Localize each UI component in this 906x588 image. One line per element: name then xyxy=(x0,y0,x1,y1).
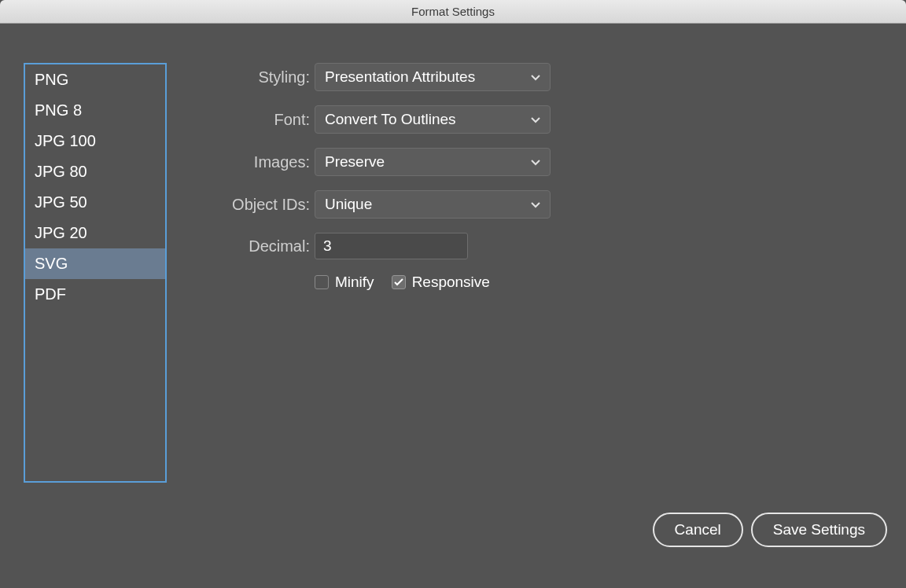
window-title: Format Settings xyxy=(411,5,495,18)
settings-panel: Styling: Presentation Attributes Font: C… xyxy=(184,63,882,483)
sidebar-item-png[interactable]: PNG xyxy=(25,64,165,95)
label-decimal: Decimal: xyxy=(184,237,310,255)
checkbox-row: Minify Responsive xyxy=(315,274,882,291)
sidebar-item-label: PNG 8 xyxy=(35,101,82,119)
select-object-ids[interactable]: Unique xyxy=(315,190,551,219)
chevron-down-icon xyxy=(531,72,540,83)
sidebar-item-label: JPG 50 xyxy=(35,193,87,211)
input-decimal[interactable] xyxy=(315,233,468,259)
sidebar-item-png8[interactable]: PNG 8 xyxy=(25,95,165,126)
field-object-ids: Object IDs: Unique xyxy=(184,190,882,219)
sidebar-item-label: SVG xyxy=(35,255,68,272)
field-font: Font: Convert To Outlines xyxy=(184,105,882,134)
select-images[interactable]: Preserve xyxy=(315,148,551,176)
button-label: Cancel xyxy=(675,521,721,538)
format-list[interactable]: PNG PNG 8 JPG 100 JPG 80 JPG 50 JPG 20 S… xyxy=(24,63,167,483)
sidebar-item-jpg100[interactable]: JPG 100 xyxy=(25,126,165,156)
checkbox-icon xyxy=(392,275,406,289)
sidebar-item-label: PDF xyxy=(35,285,66,303)
checkbox-minify[interactable]: Minify xyxy=(315,274,374,291)
sidebar-item-svg[interactable]: SVG xyxy=(25,248,165,279)
field-decimal: Decimal: xyxy=(184,233,882,259)
label-object-ids: Object IDs: xyxy=(184,196,310,214)
select-styling[interactable]: Presentation Attributes xyxy=(315,63,551,91)
button-label: Save Settings xyxy=(773,521,865,538)
chevron-down-icon xyxy=(531,114,540,126)
select-value: Convert To Outlines xyxy=(325,111,456,128)
select-font[interactable]: Convert To Outlines xyxy=(315,105,551,134)
field-images: Images: Preserve xyxy=(184,148,882,176)
select-value: Preserve xyxy=(325,153,385,171)
save-settings-button[interactable]: Save Settings xyxy=(751,513,887,547)
chevron-down-icon xyxy=(531,156,540,168)
select-value: Presentation Attributes xyxy=(325,68,475,86)
sidebar-item-label: PNG xyxy=(35,71,68,88)
sidebar-item-pdf[interactable]: PDF xyxy=(25,279,165,310)
sidebar-item-jpg80[interactable]: JPG 80 xyxy=(25,156,165,187)
select-value: Unique xyxy=(325,196,372,213)
dialog-content: PNG PNG 8 JPG 100 JPG 80 JPG 50 JPG 20 S… xyxy=(0,24,906,588)
checkbox-label: Responsive xyxy=(412,274,490,291)
window-titlebar: Format Settings xyxy=(0,0,906,24)
button-row: Cancel Save Settings xyxy=(653,513,887,547)
label-font: Font: xyxy=(184,111,310,129)
sidebar-item-jpg20[interactable]: JPG 20 xyxy=(25,218,165,248)
sidebar-item-label: JPG 80 xyxy=(35,163,87,180)
label-styling: Styling: xyxy=(184,68,310,86)
cancel-button[interactable]: Cancel xyxy=(653,513,743,547)
checkbox-responsive[interactable]: Responsive xyxy=(392,274,490,291)
sidebar-item-jpg50[interactable]: JPG 50 xyxy=(25,187,165,218)
checkbox-icon xyxy=(315,275,329,289)
checkbox-label: Minify xyxy=(335,274,374,291)
chevron-down-icon xyxy=(531,199,540,211)
label-images: Images: xyxy=(184,153,310,171)
field-styling: Styling: Presentation Attributes xyxy=(184,63,882,91)
sidebar-item-label: JPG 100 xyxy=(35,132,96,149)
sidebar-item-label: JPG 20 xyxy=(35,224,87,241)
